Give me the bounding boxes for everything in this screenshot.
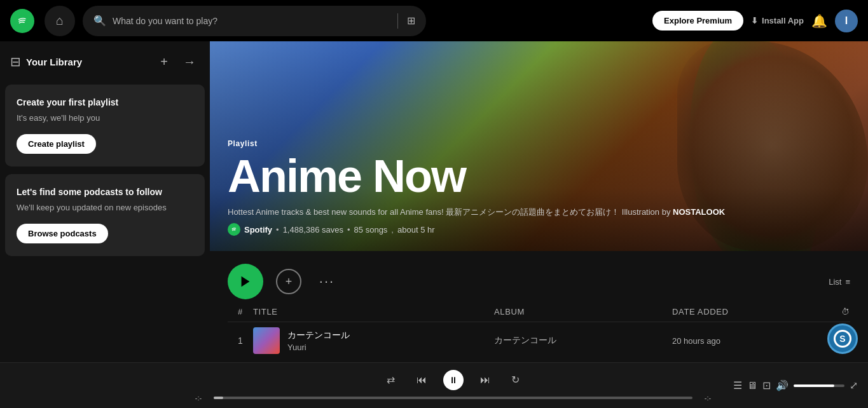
header-num: #: [228, 307, 253, 316]
repeat-button[interactable]: ↻: [507, 371, 525, 389]
main-content: Playlist Anime Now Hottest Anime tracks …: [210, 41, 868, 362]
shazam-inner: S: [834, 330, 851, 348]
track-info: カーテンコール Yuuri: [253, 327, 494, 354]
play-pause-button[interactable]: ⏸: [443, 370, 464, 390]
lyrics-button[interactable]: ⊡: [762, 379, 771, 391]
song-count: 85 songs: [354, 225, 388, 235]
header-date-added: Date added: [672, 307, 799, 316]
volume-fill: [794, 384, 834, 387]
track-table: # Title Album Date added ⏱ 1 カーテンコール Yuu…: [210, 307, 868, 362]
list-view-button[interactable]: List ≡: [829, 277, 850, 287]
player-center: ⇄ ⏮ ⏸ ⏭ ↻ -:- -:-: [188, 370, 718, 402]
search-divider: [397, 13, 398, 29]
spotify-logo[interactable]: [10, 9, 34, 33]
fullscreen-button[interactable]: ⤢: [850, 379, 858, 391]
install-app-button[interactable]: ⬇ Install App: [751, 16, 804, 25]
shazam-circle[interactable]: S: [827, 323, 858, 354]
add-to-library-button[interactable]: +: [276, 269, 301, 294]
saves-count: 1,488,386 saves: [283, 225, 343, 235]
nav-icons: ⌂: [45, 6, 75, 36]
progress-row: -:- -:-: [188, 394, 718, 402]
library-icon: ⊟: [10, 54, 21, 69]
player-controls: ⇄ ⏮ ⏸ ⏭ ↻: [382, 370, 525, 390]
track-thumbnail: [253, 327, 280, 354]
notifications-button[interactable]: 🔔: [811, 13, 827, 29]
header-title: Title: [253, 307, 494, 316]
search-icon: 🔍: [93, 15, 106, 27]
progress-bar[interactable]: [214, 397, 692, 399]
playlist-description: Hottest Anime tracks & best new sounds f…: [228, 207, 850, 218]
create-playlist-title: Create your first playlist: [17, 97, 193, 107]
queue-button[interactable]: ☰: [733, 379, 742, 391]
library-header: ⊟ Your Library + →: [0, 41, 210, 79]
find-podcasts-card: Let's find some podcasts to follow We'll…: [5, 174, 205, 256]
track-number: 1: [228, 336, 253, 346]
playlist-type-label: Playlist: [228, 139, 850, 148]
header-album: Album: [494, 307, 672, 316]
library-expand-button[interactable]: →: [179, 51, 200, 72]
volume-bar[interactable]: [794, 384, 844, 387]
playlist-title: Anime Now: [228, 153, 850, 199]
sidebar: ⊟ Your Library + → Create your first pla…: [0, 41, 210, 362]
home-button[interactable]: ⌂: [45, 6, 75, 36]
browse-podcasts-button[interactable]: Browse podcasts: [17, 224, 108, 243]
more-options-button[interactable]: ···: [314, 269, 340, 294]
find-podcasts-title: Let's find some podcasts to follow: [17, 187, 193, 197]
progress-fill: [214, 397, 223, 399]
player-right: ☰ 🖥 ⊡ 🔊 ⤢: [718, 379, 858, 391]
svg-point-0: [17, 15, 28, 26]
hero-info: Playlist Anime Now Hottest Anime tracks …: [210, 124, 868, 251]
svg-marker-1: [242, 276, 250, 287]
spotify-small-logo: [228, 223, 240, 236]
controls-row: + ··· List ≡: [210, 251, 868, 307]
next-button[interactable]: ⏭: [476, 371, 494, 389]
header-duration: ⏱: [799, 307, 850, 316]
library-add-button[interactable]: +: [154, 51, 174, 72]
duration: about 5 hr: [397, 225, 435, 235]
main-layout: ⊟ Your Library + → Create your first pla…: [0, 41, 868, 362]
current-time: -:-: [188, 394, 209, 402]
table-header: # Title Album Date added ⏱: [228, 307, 850, 322]
list-view-icon: ≡: [845, 277, 850, 287]
playlist-hero: Playlist Anime Now Hottest Anime tracks …: [210, 41, 868, 251]
search-bar[interactable]: 🔍 ⊞: [83, 6, 426, 36]
curator-name: Spotify: [244, 225, 272, 235]
explore-premium-button[interactable]: Explore Premium: [652, 11, 743, 31]
play-button[interactable]: [228, 264, 263, 299]
create-playlist-desc: It's easy, we'll help you: [17, 112, 193, 124]
find-podcasts-desc: We'll keep you updated on new episodes: [17, 202, 193, 214]
track-date-added: 20 hours ago: [672, 336, 799, 346]
previous-button[interactable]: ⏮: [413, 371, 431, 389]
shuffle-button[interactable]: ⇄: [382, 371, 400, 389]
playlist-meta: Spotify • 1,488,386 saves • 85 songs , a…: [228, 223, 850, 236]
total-time: -:-: [698, 394, 718, 402]
track-artist: Yuuri: [287, 343, 350, 352]
track-name: カーテンコール: [287, 330, 350, 341]
table-row[interactable]: 1 カーテンコール Yuuri カーテンコール 20 hours ago 4:0…: [228, 322, 850, 359]
devices-button[interactable]: 🖥: [747, 380, 757, 391]
topnav: ⌂ 🔍 ⊞ Explore Premium ⬇ Install App 🔔 I: [0, 0, 868, 41]
library-title: Your Library: [26, 57, 149, 67]
volume-button[interactable]: 🔊: [776, 379, 789, 391]
create-playlist-card: Create your first playlist It's easy, we…: [5, 85, 205, 167]
user-avatar[interactable]: I: [835, 10, 858, 32]
bottom-player: ⇄ ⏮ ⏸ ⏭ ↻ -:- -:- ☰ 🖥 ⊡ 🔊 ⤢: [0, 362, 868, 408]
search-input[interactable]: [113, 16, 389, 26]
track-album: カーテンコール: [494, 335, 672, 346]
download-icon: ⬇: [751, 16, 758, 25]
library-actions: + →: [154, 51, 200, 72]
nav-right: Explore Premium ⬇ Install App 🔔 I: [652, 10, 858, 32]
library-search-icon: ⊞: [407, 15, 415, 27]
create-playlist-button[interactable]: Create playlist: [17, 134, 96, 154]
